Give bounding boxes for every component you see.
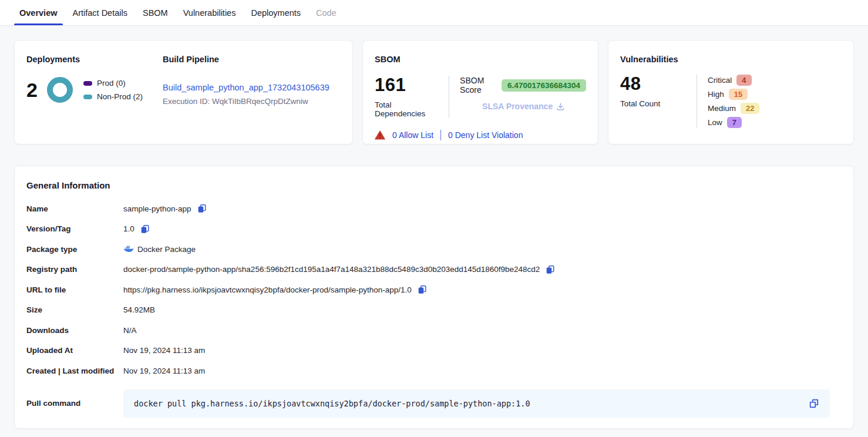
build-pipeline-section: Build Pipeline Build_sample_python_app_1… — [163, 55, 329, 132]
deployments-donut-chart — [46, 76, 74, 104]
info-row-size: Size 54.92MB — [26, 300, 842, 321]
general-information-title: General Information — [26, 180, 842, 190]
tab-artifact-details-label: Artifact Details — [73, 8, 127, 18]
execution-id-text: Execution ID: WqkTiIbBRqecQrpDtZwniw — [163, 97, 329, 106]
high-count-badge: 15 — [729, 89, 748, 100]
sbom-total-count: 161 — [375, 75, 438, 96]
created-modified-label: Created | Last modified — [26, 367, 123, 375]
info-row-created-modified: Created | Last modified Nov 19, 2024 11:… — [26, 361, 842, 381]
url-to-file-label: URL to file — [26, 285, 123, 294]
copy-pull-command-button[interactable] — [809, 398, 819, 409]
uploaded-at-value: Nov 19, 2024 11:13 am — [123, 346, 205, 355]
severity-row-medium: Medium 22 — [708, 103, 759, 114]
tab-vulnerabilities[interactable]: Vulnerabilities — [176, 0, 244, 25]
created-modified-value: Nov 19, 2024 11:13 am — [123, 367, 205, 375]
info-row-uploaded-at: Uploaded At Nov 19, 2024 11:13 am — [26, 341, 842, 361]
tab-sbom-label: SBOM — [143, 8, 168, 18]
sbom-score-label: SBOM Score — [460, 76, 496, 95]
vulns-divider — [697, 75, 697, 128]
deployments-card: Deployments 2 Prod (0) Non-Prod (2) — [14, 40, 353, 144]
general-information-card: General Information Name sample-python-a… — [14, 166, 854, 429]
critical-count-badge: 4 — [736, 75, 751, 86]
pull-command-label: Pull command — [26, 399, 123, 408]
legend-item-prod: Prod (0) — [83, 79, 143, 88]
sbom-card: SBOM 161 Total Dependencies SBOM Score 6… — [362, 40, 598, 144]
legend-item-nonprod: Non-Prod (2) — [83, 92, 143, 101]
size-label: Size — [26, 305, 123, 314]
info-row-pull-command: Pull command docker pull pkg.harness.io/… — [26, 389, 842, 418]
downloads-label: Downloads — [26, 326, 123, 335]
deployments-total-count: 2 — [26, 79, 38, 102]
tab-bar: Overview Artifact Details SBOM Vulnerabi… — [0, 0, 868, 26]
low-label: Low — [708, 118, 722, 127]
docker-whale-icon — [123, 245, 133, 253]
copy-version-button[interactable] — [140, 224, 150, 234]
nonprod-swatch — [83, 95, 92, 99]
sbom-total-block: 161 Total Dependencies — [375, 75, 438, 118]
downloads-value: N/A — [123, 326, 137, 335]
summary-cards-row: Deployments 2 Prod (0) Non-Prod (2) — [14, 40, 854, 144]
severity-list: Critical 4 High 15 Medium 22 Low 7 — [708, 73, 759, 128]
build-pipeline-link[interactable]: Build_sample_python_app_1732043105639 — [163, 83, 329, 92]
size-value: 54.92MB — [123, 305, 155, 314]
sbom-total-label: Total Dependencies — [375, 100, 438, 118]
severity-row-high: High 15 — [708, 89, 759, 100]
vulnerabilities-card: Vulnerabilities 48 Total Count Critical … — [608, 40, 854, 144]
general-information-rows: Name sample-python-app Version/Tag 1.0 — [26, 199, 842, 418]
tab-artifact-details[interactable]: Artifact Details — [65, 0, 135, 25]
high-label: High — [708, 90, 724, 99]
info-row-downloads: Downloads N/A — [26, 320, 842, 341]
download-icon — [556, 102, 565, 111]
severity-row-critical: Critical 4 — [708, 75, 759, 86]
uploaded-at-label: Uploaded At — [26, 346, 123, 355]
deployments-title: Deployments — [26, 55, 163, 64]
name-label: Name — [26, 204, 123, 213]
copy-url-button[interactable] — [417, 284, 428, 295]
nonprod-label: Non-Prod (2) — [97, 92, 143, 101]
deployments-legend: Prod (0) Non-Prod (2) — [83, 79, 143, 101]
tab-deployments[interactable]: Deployments — [243, 0, 308, 25]
deployments-section: Deployments 2 Prod (0) Non-Prod (2) — [26, 55, 163, 132]
vulns-total-block: 48 Total Count — [620, 73, 686, 128]
version-value: 1.0 — [123, 224, 134, 233]
vulns-total-label: Total Count — [620, 99, 686, 108]
tab-code-label: Code — [316, 8, 337, 18]
low-count-badge: 7 — [727, 117, 742, 128]
version-label: Version/Tag — [26, 224, 123, 233]
severity-row-low: Low 7 — [708, 117, 759, 128]
package-type-label: Package type — [26, 245, 123, 254]
tab-overview[interactable]: Overview — [12, 0, 65, 25]
sbom-title: SBOM — [375, 55, 586, 64]
copy-name-button[interactable] — [197, 203, 207, 214]
info-row-name: Name sample-python-app — [26, 199, 842, 219]
info-row-version: Version/Tag 1.0 — [26, 219, 842, 240]
build-pipeline-title: Build Pipeline — [163, 55, 329, 64]
prod-label: Prod (0) — [97, 79, 126, 88]
tab-sbom[interactable]: SBOM — [135, 0, 176, 25]
pull-command-value: docker pull pkg.harness.io/ikpsjoavtcwxn… — [134, 399, 809, 408]
url-to-file-value: https://pkg.harness.io/ikpsjoavtcwxnqisy… — [123, 285, 412, 294]
slsa-provenance-link[interactable]: SLSA Provenance — [482, 102, 586, 111]
registry-path-value: docker-prod/sample-python-app/sha256:596… — [123, 265, 540, 274]
critical-label: Critical — [708, 76, 732, 85]
info-row-registry-path: Registry path docker-prod/sample-python-… — [26, 260, 842, 280]
info-row-url: URL to file https://pkg.harness.io/ikpsj… — [26, 280, 842, 300]
sbom-score-badge: 6.470017636684304 — [502, 79, 586, 92]
registry-path-label: Registry path — [26, 265, 123, 274]
name-value: sample-python-app — [123, 204, 191, 213]
info-row-package-type: Package type Docker Package — [26, 239, 842, 260]
vulns-total-count: 48 — [620, 73, 686, 95]
copy-registry-path-button[interactable] — [545, 264, 556, 275]
prod-swatch — [83, 81, 92, 86]
deny-list-link[interactable]: 0 Deny List Violation — [448, 130, 523, 140]
slsa-provenance-label: SLSA Provenance — [482, 102, 553, 111]
allow-list-link[interactable]: 0 Allow List — [392, 130, 433, 140]
medium-label: Medium — [708, 104, 736, 113]
tab-vulnerabilities-label: Vulnerabilities — [183, 8, 236, 18]
medium-count-badge: 22 — [741, 103, 759, 114]
links-divider — [440, 130, 441, 140]
package-type-value: Docker Package — [137, 245, 196, 254]
vulnerabilities-title: Vulnerabilities — [620, 55, 842, 64]
sbom-divider — [449, 76, 449, 118]
tab-deployments-label: Deployments — [251, 8, 301, 18]
